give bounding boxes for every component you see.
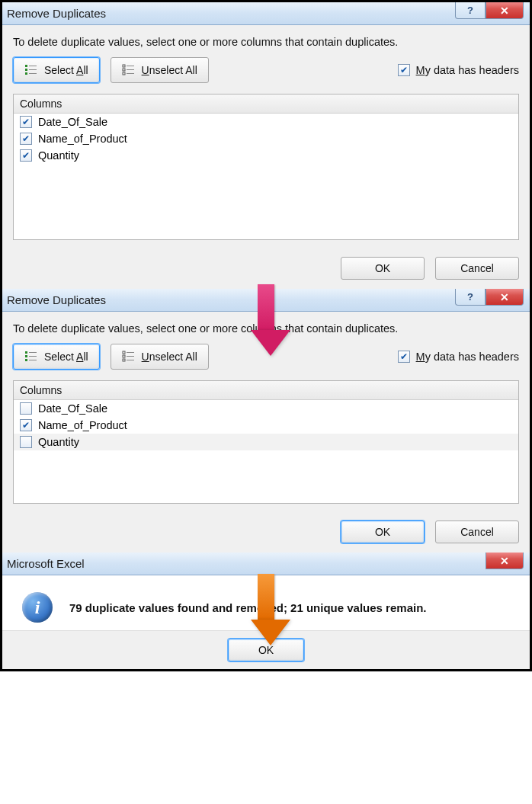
columns-header: Columns [14, 94, 518, 114]
column-label: Name_of_Product [38, 133, 127, 145]
column-label: Quantity [38, 149, 79, 162]
close-icon: ✕ [500, 291, 509, 303]
svg-rect-1 [25, 69, 27, 71]
checkbox-icon[interactable] [20, 149, 32, 162]
ok-button[interactable]: OK [228, 639, 304, 661]
checkbox-icon[interactable] [20, 133, 32, 145]
select-all-button[interactable]: Select All [13, 344, 100, 370]
instruction-text: To delete duplicate values, select one o… [13, 36, 519, 48]
close-button[interactable]: ✕ [486, 553, 524, 569]
unselect-all-label: Unselect All [142, 351, 197, 363]
checkbox-icon[interactable] [20, 116, 32, 128]
column-row[interactable]: Name_of_Product [14, 130, 518, 147]
svg-rect-2 [25, 72, 27, 75]
select-all-icon [24, 63, 38, 77]
column-row[interactable]: Quantity [14, 434, 518, 450]
checkbox-icon [398, 351, 410, 363]
checkbox-icon [398, 64, 410, 76]
column-row[interactable]: Quantity [14, 147, 518, 164]
unselect-all-button[interactable]: Unselect All [111, 57, 209, 83]
svg-rect-7 [123, 69, 125, 71]
svg-rect-12 [25, 351, 27, 354]
column-label: Name_of_Product [38, 419, 127, 431]
my-data-has-headers-label: My data has headers [416, 64, 519, 76]
close-icon: ✕ [500, 5, 509, 17]
select-all-label: Select All [44, 351, 88, 363]
select-all-label: Select All [44, 64, 88, 76]
column-row[interactable]: Name_of_Product [14, 417, 518, 434]
column-label: Date_Of_Sale [38, 116, 107, 128]
my-data-has-headers-label: My data has headers [416, 351, 519, 363]
svg-rect-20 [123, 359, 125, 361]
columns-panel: Columns Date_Of_Sale Name_of_Product Qua… [13, 94, 519, 240]
ok-button[interactable]: OK [341, 521, 425, 543]
close-button[interactable]: ✕ [486, 2, 524, 19]
checkbox-icon[interactable] [20, 402, 32, 415]
unselect-all-button[interactable]: Unselect All [111, 344, 209, 370]
checkbox-icon[interactable] [20, 419, 32, 431]
cancel-button[interactable]: Cancel [435, 521, 519, 543]
my-data-has-headers-checkbox[interactable]: My data has headers [398, 351, 519, 363]
dialog-title: Remove Duplicates [7, 7, 106, 20]
message-text: 79 duplicate values found and removed; 2… [69, 601, 426, 614]
columns-header: Columns [14, 381, 518, 400]
columns-list[interactable]: Date_Of_Sale Name_of_Product Quantity [14, 114, 518, 239]
remove-duplicates-dialog-1: Remove Duplicates ? ✕ To delete duplicat… [2, 2, 530, 289]
unselect-all-icon [122, 63, 136, 77]
svg-rect-14 [25, 359, 27, 361]
remove-duplicates-dialog-2: Remove Duplicates ? ✕ To delete duplicat… [2, 289, 530, 553]
svg-rect-6 [123, 65, 125, 67]
info-icon: i [22, 592, 53, 623]
checkbox-icon[interactable] [20, 436, 32, 448]
dialog-title: Microsoft Excel [7, 557, 85, 570]
dialog-title: Remove Duplicates [7, 293, 106, 306]
titlebar: Remove Duplicates ? ✕ [2, 289, 530, 312]
titlebar: Remove Duplicates ? ✕ [2, 2, 530, 25]
unselect-all-icon [122, 350, 136, 364]
column-row[interactable]: Date_Of_Sale [14, 400, 518, 417]
svg-rect-8 [123, 72, 125, 75]
result-message-box: Microsoft Excel ✕ i 79 duplicate values … [2, 553, 530, 669]
my-data-has-headers-checkbox[interactable]: My data has headers [398, 64, 519, 76]
close-button[interactable]: ✕ [486, 289, 524, 306]
ok-button[interactable]: OK [341, 257, 425, 280]
svg-rect-19 [123, 355, 125, 357]
svg-rect-18 [123, 351, 125, 354]
help-button[interactable]: ? [455, 2, 486, 19]
svg-rect-13 [25, 355, 27, 357]
help-button[interactable]: ? [455, 289, 486, 306]
titlebar: Microsoft Excel ✕ [2, 553, 530, 575]
close-icon: ✕ [500, 555, 509, 567]
columns-panel: Columns Date_Of_Sale Name_of_Product Qua… [13, 380, 519, 504]
svg-rect-0 [25, 65, 27, 67]
cancel-button[interactable]: Cancel [435, 257, 519, 280]
instruction-text: To delete duplicate values, select one o… [13, 322, 519, 335]
unselect-all-label: Unselect All [142, 64, 197, 76]
column-label: Date_Of_Sale [38, 402, 107, 415]
columns-list[interactable]: Date_Of_Sale Name_of_Product Quantity [14, 400, 518, 503]
column-row[interactable]: Date_Of_Sale [14, 114, 518, 130]
select-all-icon [24, 350, 38, 364]
select-all-button[interactable]: Select All [13, 57, 100, 83]
column-label: Quantity [38, 436, 79, 448]
